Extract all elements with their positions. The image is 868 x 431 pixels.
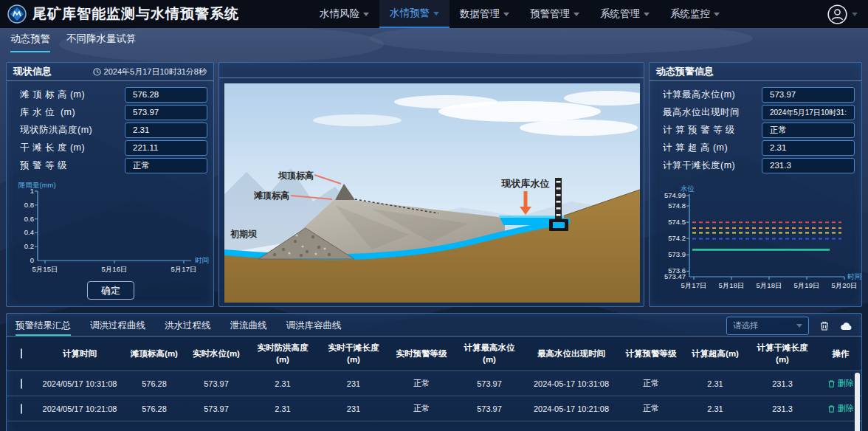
cell: 573.97: [454, 379, 525, 388]
col-calc-time: 计算时间: [36, 348, 123, 360]
export-button[interactable]: [840, 321, 852, 331]
tab-discharge-curve[interactable]: 泄流曲线: [230, 320, 267, 336]
tab-flood-process-curve[interactable]: 洪水过程线: [165, 320, 211, 336]
label-beach-top-elevation: 滩顶标高: [254, 190, 289, 201]
field-value[interactable]: 576.28: [125, 87, 207, 103]
cell-status: 正常: [389, 403, 454, 414]
chevron-down-icon: [644, 13, 650, 16]
rain-ytick: 0.2: [24, 242, 34, 250]
field-calc-dry-beach: 计算干滩长度(m) 231.3: [650, 157, 861, 173]
cell-status: 正常: [389, 378, 454, 389]
chevron-down-icon: [574, 13, 579, 16]
rain-ytick: 0.6: [24, 215, 34, 223]
status-timestamp: 2024年5月17日10时31分8秒: [93, 66, 207, 77]
field-value[interactable]: 221.11: [125, 140, 207, 156]
nav-item-label: 预警管理: [530, 7, 570, 21]
cell: 573.97: [185, 379, 247, 388]
confirm-button[interactable]: 确定: [87, 281, 134, 300]
field-label: 现状防洪高度(m): [20, 124, 92, 137]
col-calc-warning: 计算预警等级: [618, 348, 684, 360]
field-label: 计算干滩长度(m): [663, 159, 735, 172]
navbar-right: [827, 0, 868, 28]
field-value[interactable]: 231.3: [762, 158, 855, 173]
level-ytick: 574.8: [668, 201, 686, 210]
nav-item-warning-management[interactable]: 预警管理: [520, 0, 590, 28]
tab-rainfall-trial[interactable]: 不同降水量试算: [66, 32, 137, 52]
select-all-checkbox[interactable]: [21, 348, 22, 359]
tabs-divider: [7, 336, 861, 337]
tab-storage-capacity-curve[interactable]: 调洪库容曲线: [286, 320, 342, 336]
main-nav: 水情风险 水情预警 数据管理 预警管理 系统管理 系统监控: [309, 0, 730, 28]
field-value[interactable]: 2024年5月17日10时31:: [762, 105, 855, 120]
dam-cross-section-image: 坝顶标高 滩顶标高 初期坝 现状库水位: [224, 83, 640, 303]
rain-ytick: 1: [30, 187, 34, 195]
col-max-level-time: 最高水位出现时间: [525, 348, 618, 360]
current-status-panel: 现状信息 2024年5月17日10时31分8秒 滩 顶 标 高 (m) 576.…: [6, 62, 214, 307]
tab-results-summary[interactable]: 预警结果汇总: [16, 320, 71, 336]
label-initial-dam: 初期坝: [230, 229, 257, 239]
cell: 2.31: [247, 404, 318, 413]
chevron-down-icon[interactable]: [852, 13, 858, 16]
field-value[interactable]: 2.31: [125, 123, 207, 138]
tab-dynamic-warning[interactable]: 动态预警: [10, 32, 50, 52]
tab-flood-routing-curve[interactable]: 调洪过程曲线: [90, 320, 145, 336]
field-value[interactable]: 正常: [125, 158, 207, 173]
cell: 576.28: [123, 379, 185, 388]
chevron-down-icon: [363, 13, 369, 16]
page-tabs: 动态预警 不同降水量试算: [10, 32, 137, 52]
warning-panel-header: 动态预警信息: [650, 63, 861, 81]
warning-panel-title: 动态预警信息: [656, 65, 714, 78]
table-scrollbar[interactable]: [855, 373, 860, 431]
field-max-level-time: 最高水位出现时间 2024年5月17日10时31:: [650, 104, 861, 120]
water-level-chart: 水位 574.99 574.8 574.5 574.2 573.9 573.6 …: [651, 184, 863, 300]
field-label: 计算最高水位(m): [663, 89, 735, 101]
field-value[interactable]: 2.31: [762, 140, 855, 156]
delete-selected-button[interactable]: [819, 320, 830, 331]
status-timestamp-text: 2024年5月17日10时31分8秒: [104, 66, 207, 77]
nav-item-system-management[interactable]: 系统管理: [590, 0, 660, 28]
trash-icon: [827, 379, 836, 388]
field-value[interactable]: 573.97: [125, 105, 207, 120]
level-xtick: 5月19日: [794, 281, 820, 289]
user-avatar-icon[interactable]: [827, 4, 847, 24]
cell: 231.3: [746, 379, 819, 388]
level-ytick: 574.5: [668, 218, 686, 226]
col-calc-max-level: 计算最高水位(m): [454, 342, 525, 365]
app-logo-icon: [7, 4, 27, 24]
cloud-icon: [840, 321, 852, 331]
col-beach-elevation: 滩顶标高(m): [123, 348, 185, 360]
nav-item-water-risk[interactable]: 水情风险: [309, 0, 379, 28]
col-realtime-freeboard: 实时防洪高度(m): [247, 342, 318, 365]
level-ytick: 573.47: [664, 272, 686, 280]
cell-status: 正常: [618, 403, 684, 414]
chevron-down-icon: [503, 13, 509, 16]
table-row: 2024/05/17 10:21:08 576.28 573.97 2.31 2…: [7, 396, 861, 421]
col-calc-freeboard: 计算超高(m): [684, 348, 746, 360]
col-realtime-level: 实时水位(m): [185, 348, 247, 360]
field-value[interactable]: 正常: [762, 123, 855, 138]
dam-diagram-panel: 坝顶标高 滩顶标高 初期坝 现状库水位: [218, 62, 644, 307]
cell: 231: [318, 379, 389, 388]
rain-ytick: 0: [30, 256, 34, 264]
rainfall-ylabel: 降雨量(mm): [18, 181, 56, 189]
level-xlabel: 时间: [847, 272, 861, 280]
warning-results-panel: 预警结果汇总 调洪过程曲线 洪水过程线 泄流曲线 调洪库容曲线 请选择: [6, 313, 862, 431]
field-value[interactable]: 573.97: [762, 87, 855, 103]
cell: 573.97: [454, 404, 525, 413]
label-dam-crest-elevation: 坝顶标高: [278, 170, 314, 181]
field-label: 滩 顶 标 高 (m): [20, 89, 85, 101]
cell: 2024-05-17 10:31:08: [525, 379, 618, 388]
level-ytick: 573.9: [668, 250, 686, 258]
row-checkbox[interactable]: [21, 379, 22, 389]
col-actions: 操作: [819, 348, 863, 360]
nav-item-water-warning[interactable]: 水情预警: [379, 0, 450, 28]
nav-item-label: 系统管理: [600, 7, 640, 21]
result-filter-select[interactable]: 请选择: [726, 317, 809, 335]
select-placeholder: 请选择: [733, 320, 796, 331]
rain-xtick: 5月16日: [102, 265, 128, 273]
top-navbar: 尾矿库智能监测与水情预警系统 水情风险 水情预警 数据管理 预警管理 系统管理: [0, 0, 868, 28]
row-checkbox[interactable]: [21, 404, 22, 414]
nav-item-data-management[interactable]: 数据管理: [450, 0, 520, 28]
cell: 2024-05-17 10:21:08: [525, 404, 618, 413]
nav-item-system-monitor[interactable]: 系统监控: [660, 0, 730, 28]
